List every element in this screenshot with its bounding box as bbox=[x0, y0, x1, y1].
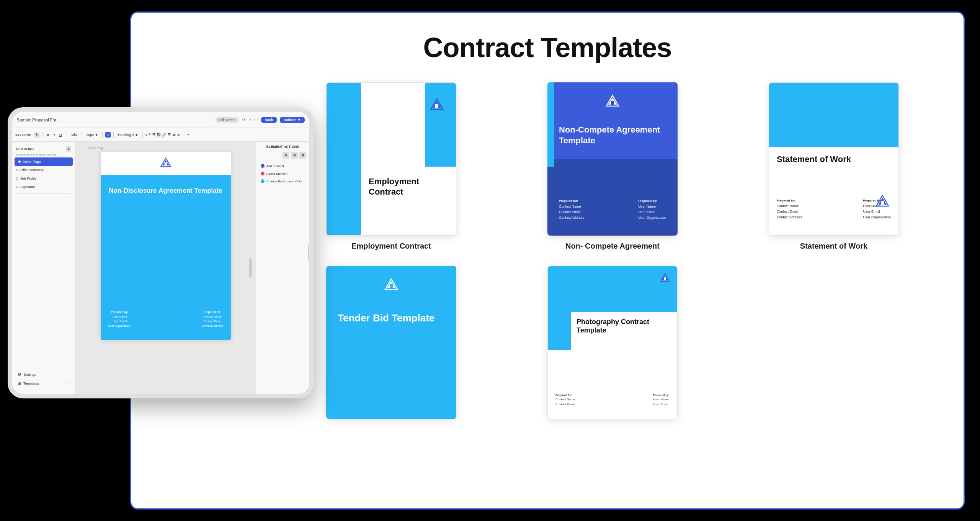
external-link-icon[interactable]: ↗ bbox=[248, 118, 251, 122]
noncompete-title: Non-Compete Agreement Template bbox=[559, 125, 666, 146]
photo-logo bbox=[659, 272, 671, 286]
svg-rect-14 bbox=[664, 277, 666, 280]
table-button[interactable]: ⊞ bbox=[177, 133, 180, 137]
templates-arrow: › bbox=[69, 382, 70, 385]
toolbar-separator-3 bbox=[82, 132, 82, 138]
noncompete-logo bbox=[604, 94, 621, 112]
sidebar-bottom: ⚙ Settings ⊞ Templates › bbox=[12, 367, 75, 391]
svg-rect-17 bbox=[164, 162, 167, 165]
accent-left bbox=[327, 83, 361, 235]
font-size-selector[interactable]: 30px ▼ bbox=[85, 133, 100, 137]
change-bg-dot bbox=[261, 179, 265, 183]
gear-icon: ⚙ bbox=[18, 372, 21, 377]
align-center-button[interactable]: ☰ bbox=[152, 133, 155, 137]
tablet-content-area: SECTIONS + Drag sections to change the o… bbox=[12, 142, 309, 394]
photo-title-area: Photography Contract Template bbox=[577, 318, 673, 334]
brand-logo-sow bbox=[874, 194, 891, 211]
add-section-button[interactable]: + bbox=[34, 132, 39, 138]
ordered-list-button[interactable]: ≔ bbox=[172, 133, 176, 137]
employment-title-area: EmploymentContract bbox=[369, 177, 452, 197]
employment-preview[interactable]: EmploymentContract bbox=[326, 82, 456, 236]
template-card-noncompete[interactable]: Non-Compete Agreement Template Prepared … bbox=[513, 82, 712, 251]
sidebar-item-cover-page[interactable]: Cover Page bbox=[15, 157, 73, 166]
add-element-item[interactable]: Add Element bbox=[259, 162, 306, 169]
photo-top-accent bbox=[548, 266, 677, 312]
list-button[interactable]: ☰ bbox=[168, 133, 171, 137]
sidebar-dot bbox=[16, 177, 18, 180]
tablet-home-button[interactable] bbox=[308, 245, 311, 260]
nda-blue-section: Non-Disclosure Agreement Template Prepar… bbox=[101, 175, 231, 340]
sow-title: Statement of Work bbox=[777, 154, 891, 164]
italic-button[interactable]: I bbox=[52, 133, 56, 137]
nda-prepared-by-col: Prepared by: User Name User Email User O… bbox=[108, 310, 131, 328]
full-screen-toggle[interactable]: Full Screen bbox=[215, 117, 239, 123]
underline-button[interactable]: U bbox=[58, 133, 64, 137]
photo-preview[interactable]: Photography Contract Template Prepared f… bbox=[547, 266, 678, 419]
bold-button[interactable]: B bbox=[45, 133, 51, 137]
page-title: Contract Templates bbox=[162, 32, 933, 63]
template-card-tender[interactable]: Tender Bid Template bbox=[292, 266, 490, 425]
brand-logo bbox=[428, 97, 445, 114]
photo-prepared-for: Prepared for: Contact Name Contact Email bbox=[555, 393, 575, 407]
font-selector[interactable]: Arial bbox=[69, 133, 79, 137]
photo-left-block bbox=[548, 312, 571, 350]
editor-page[interactable]: Non-Disclosure Agreement Template Prepar… bbox=[101, 152, 231, 340]
prepared-by-label: Prepared by: bbox=[638, 199, 666, 204]
ea-icon-3[interactable]: ⊠ bbox=[299, 152, 306, 159]
refresh-icon[interactable]: ↺ bbox=[242, 118, 245, 122]
actions-button[interactable]: Actions ▼ bbox=[280, 117, 305, 123]
divider-button[interactable]: — bbox=[182, 133, 185, 137]
quote-button[interactable]: ❝ bbox=[149, 133, 151, 137]
back-button[interactable]: Back bbox=[261, 117, 277, 123]
element-actions-panel: ELEMENT ACTIONS ⊞ ⊟ ⊠ Add Element Delete… bbox=[256, 142, 309, 394]
grid-icon: ⊞ bbox=[18, 381, 21, 386]
delete-element-item[interactable]: Delete Element bbox=[259, 170, 306, 177]
heading-selector[interactable]: Heading 2 ▼ bbox=[116, 133, 139, 137]
noncompete-prepared-for: Prepared for: Contact Name Contact Email… bbox=[559, 199, 584, 220]
toolbar-separator-1 bbox=[42, 132, 42, 138]
sidebar-item-offer-summary[interactable]: Offer Summary bbox=[12, 166, 75, 174]
employment-title: EmploymentContract bbox=[369, 177, 452, 197]
ea-icon-2[interactable]: ⊟ bbox=[291, 152, 298, 159]
align-left-button[interactable]: ≡ bbox=[145, 133, 147, 137]
tablet-editor: Cover Page Non-Disclosure Agreement Temp… bbox=[75, 142, 256, 394]
tender-preview[interactable]: Tender Bid Template bbox=[326, 266, 456, 419]
sidebar-divider bbox=[16, 193, 71, 194]
sow-preview[interactable]: Statement of Work Prepared for: Contact … bbox=[769, 82, 899, 236]
image-button[interactable]: 🖼 bbox=[157, 133, 160, 137]
scroll-indicator[interactable] bbox=[249, 258, 252, 277]
noncompete-info: Prepared for: Contact Name Contact Email… bbox=[559, 199, 666, 220]
toolbar-separator-5 bbox=[113, 132, 114, 138]
text-color-button[interactable]: A bbox=[105, 132, 111, 138]
info-icon[interactable]: ⓘ bbox=[254, 117, 258, 122]
drag-hint: Drag sections to change the order. bbox=[12, 153, 75, 157]
tender-logo bbox=[383, 277, 400, 296]
svg-rect-8 bbox=[881, 201, 884, 205]
sidebar-item-job-profile[interactable]: Job Profile bbox=[12, 174, 75, 183]
more-options-button[interactable]: ⋯ bbox=[187, 133, 190, 137]
sections-label: SECTIONS bbox=[15, 133, 31, 136]
templates-button[interactable]: ⊞ Templates › bbox=[15, 379, 72, 388]
tablet-screen: Sample Proposal For... Full Screen ↺ ↗ ⓘ… bbox=[12, 112, 309, 394]
templates-grid: EmploymentContract Employment Contract bbox=[292, 82, 933, 425]
sow-prepared-for: Prepared for: Contact Name Contact Email… bbox=[777, 198, 802, 220]
prepared-for-label: Prepared for: bbox=[559, 199, 584, 204]
nda-top-section bbox=[101, 152, 231, 175]
element-actions-header: ELEMENT ACTIONS bbox=[259, 145, 306, 149]
tender-title: Tender Bid Template bbox=[338, 312, 445, 324]
link-button[interactable]: 🔗 bbox=[162, 133, 166, 137]
sidebar-item-signature[interactable]: Signature bbox=[12, 183, 75, 191]
logo-area bbox=[425, 94, 448, 117]
sections-header: SECTIONS + bbox=[12, 145, 75, 153]
change-bg-item[interactable]: Change Background Color bbox=[259, 178, 306, 185]
settings-button[interactable]: ⚙ Settings bbox=[15, 370, 72, 379]
sidebar-dot bbox=[16, 186, 18, 188]
template-card-employment[interactable]: EmploymentContract Employment Contract bbox=[292, 82, 490, 251]
sidebar-add-button[interactable]: + bbox=[66, 146, 71, 152]
svg-rect-11 bbox=[390, 284, 393, 288]
noncompete-preview[interactable]: Non-Compete Agreement Template Prepared … bbox=[547, 82, 678, 236]
tablet-topbar: Sample Proposal For... Full Screen ↺ ↗ ⓘ… bbox=[12, 112, 309, 128]
template-card-sow[interactable]: Statement of Work Prepared for: Contact … bbox=[735, 82, 933, 251]
ea-icon-1[interactable]: ⊞ bbox=[283, 152, 289, 159]
template-card-photo[interactable]: Photography Contract Template Prepared f… bbox=[513, 266, 712, 425]
